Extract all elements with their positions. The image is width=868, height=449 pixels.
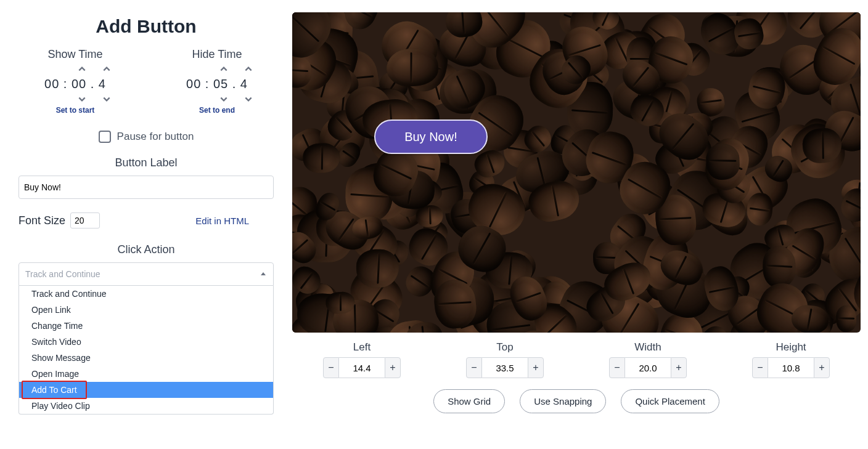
set-to-start-link[interactable]: Set to start bbox=[56, 106, 95, 115]
height-label: Height bbox=[776, 341, 806, 354]
quick-placement-button[interactable]: Quick Placement bbox=[621, 389, 719, 413]
click-action-option[interactable]: Add To Cart bbox=[19, 382, 273, 398]
edit-in-html-link[interactable]: Edit in HTML bbox=[195, 216, 249, 226]
show-time-label: Show Time bbox=[47, 48, 102, 61]
font-size-label: Font Size bbox=[18, 214, 65, 227]
click-action-option[interactable]: Track and Continue bbox=[19, 286, 273, 302]
chevron-up-icon[interactable] bbox=[244, 65, 253, 73]
decrement-button[interactable]: − bbox=[609, 357, 625, 378]
left-input[interactable] bbox=[339, 357, 385, 378]
button-label-heading: Button Label bbox=[115, 156, 177, 169]
show-time-block: Show Time 00 : 00 . 4 Set to start bbox=[26, 48, 125, 115]
width-input[interactable] bbox=[625, 357, 671, 378]
top-label: Top bbox=[496, 341, 513, 354]
panel-title: Add Button bbox=[96, 16, 196, 37]
chevron-up-icon bbox=[260, 270, 267, 278]
svg-marker-0 bbox=[261, 272, 266, 275]
video-preview[interactable]: Buy Now! bbox=[292, 12, 861, 333]
chevron-down-icon[interactable] bbox=[102, 95, 111, 103]
increment-button[interactable]: + bbox=[814, 357, 830, 378]
set-to-end-link[interactable]: Set to end bbox=[199, 106, 235, 115]
click-action-placeholder: Track and Continue bbox=[25, 269, 100, 279]
chevron-down-icon[interactable] bbox=[244, 95, 253, 103]
pause-label: Pause for button bbox=[117, 131, 194, 143]
click-action-option[interactable]: Open Link bbox=[19, 302, 273, 318]
click-action-dropdown[interactable]: Track and ContinueOpen LinkChange TimeSw… bbox=[18, 286, 274, 415]
preview-button[interactable]: Buy Now! bbox=[374, 119, 488, 154]
click-action-option[interactable]: Play Video Clip bbox=[19, 398, 273, 414]
increment-button[interactable]: + bbox=[671, 357, 687, 378]
click-action-option[interactable]: Switch Video bbox=[19, 334, 273, 350]
decrement-button[interactable]: − bbox=[323, 357, 339, 378]
height-input[interactable] bbox=[768, 357, 814, 378]
button-label-input[interactable] bbox=[18, 176, 274, 199]
click-action-option[interactable]: Change Time bbox=[19, 318, 273, 334]
width-stepper: − + bbox=[609, 357, 687, 378]
decrement-button[interactable]: − bbox=[752, 357, 768, 378]
chevron-up-icon[interactable] bbox=[219, 65, 228, 73]
font-size-input[interactable] bbox=[70, 212, 100, 229]
hide-time-label: Hide Time bbox=[192, 48, 242, 61]
use-snapping-button[interactable]: Use Snapping bbox=[520, 389, 606, 413]
top-stepper: − + bbox=[466, 357, 544, 378]
chevron-up-icon[interactable] bbox=[102, 65, 111, 73]
width-label: Width bbox=[634, 341, 661, 354]
top-input[interactable] bbox=[482, 357, 528, 378]
left-label: Left bbox=[353, 341, 371, 354]
chevron-down-icon[interactable] bbox=[219, 95, 228, 103]
chevron-up-icon[interactable] bbox=[78, 65, 86, 73]
increment-button[interactable]: + bbox=[385, 357, 401, 378]
click-action-combobox[interactable]: Track and Continue bbox=[18, 262, 274, 286]
chevron-down-icon[interactable] bbox=[78, 95, 86, 103]
decrement-button[interactable]: − bbox=[466, 357, 482, 378]
click-action-option[interactable]: Open Image bbox=[19, 366, 273, 382]
pause-checkbox[interactable] bbox=[99, 131, 111, 143]
increment-button[interactable]: + bbox=[528, 357, 544, 378]
show-grid-button[interactable]: Show Grid bbox=[433, 389, 505, 413]
hide-time-value[interactable]: 00 : 05 . 4 bbox=[186, 77, 248, 91]
left-stepper: − + bbox=[323, 357, 401, 378]
hide-time-block: Hide Time 00 : 05 . 4 Set to end bbox=[168, 48, 266, 115]
show-time-value[interactable]: 00 : 00 . 4 bbox=[44, 77, 106, 91]
click-action-heading: Click Action bbox=[117, 243, 174, 256]
click-action-option[interactable]: Show Message bbox=[19, 350, 273, 366]
height-stepper: − + bbox=[752, 357, 830, 378]
